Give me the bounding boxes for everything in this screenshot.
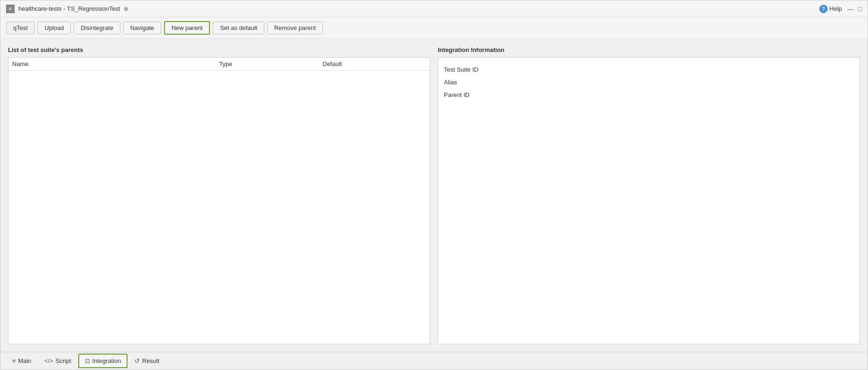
tab-script[interactable]: </> Script — [38, 354, 77, 368]
toolbar: qTest Upload Disintegrate Navigate New p… — [0, 17, 868, 39]
tab-script-label: Script — [56, 357, 71, 364]
main-window: ≡ healthcare-tests - TS_RegressionTest ⊗… — [0, 0, 868, 370]
parent-id-label: Parent ID — [444, 89, 854, 101]
table-body — [8, 71, 430, 342]
left-panel: List of test suite's parents Name Type D… — [8, 46, 430, 344]
upload-button[interactable]: Upload — [37, 22, 71, 34]
qtest-button[interactable]: qTest — [6, 22, 35, 34]
remove-parent-button[interactable]: Remove parent — [267, 22, 323, 34]
parents-table: Name Type Default — [8, 57, 430, 344]
tab-integration-label: Integration — [92, 357, 121, 364]
maximize-button[interactable]: □ — [858, 5, 862, 13]
col-header-type: Type — [219, 60, 323, 67]
bottom-tabs: ≡ Main </> Script ⊡ Integration ↺ Result — [0, 352, 868, 370]
navigate-button[interactable]: Navigate — [123, 22, 161, 34]
title-bar: ≡ healthcare-tests - TS_RegressionTest ⊗… — [0, 0, 868, 17]
tab-main[interactable]: ≡ Main — [6, 354, 37, 368]
tab-result[interactable]: ↺ Result — [128, 354, 165, 368]
window-icon-symbol: ≡ — [9, 6, 12, 11]
integration-info: Test Suite ID Alias Parent ID — [438, 57, 860, 344]
new-parent-button[interactable]: New parent — [164, 21, 210, 35]
test-suite-id-label: Test Suite ID — [444, 63, 854, 76]
tab-result-label: Result — [142, 357, 159, 364]
minimize-button[interactable]: — — [848, 5, 854, 13]
window-title: healthcare-tests - TS_RegressionTest — [18, 5, 120, 12]
alias-label: Alias — [444, 76, 854, 89]
left-panel-title: List of test suite's parents — [8, 46, 430, 53]
right-panel-title: Integration Information — [438, 46, 860, 53]
panels: List of test suite's parents Name Type D… — [8, 46, 860, 344]
integration-tab-icon: ⊡ — [85, 357, 90, 364]
col-header-name: Name — [12, 60, 219, 67]
content-area: List of test suite's parents Name Type D… — [0, 39, 868, 352]
col-header-default: Default — [322, 60, 426, 67]
window-icon: ≡ — [6, 5, 15, 13]
disintegrate-button[interactable]: Disintegrate — [74, 22, 120, 34]
title-bar-right: ? Help — □ — [819, 5, 862, 13]
window-controls: — □ — [848, 5, 862, 13]
help-icon: ? — [819, 5, 828, 13]
help-label: Help — [830, 5, 842, 12]
tab-integration[interactable]: ⊡ Integration — [78, 354, 127, 368]
close-tab-icon[interactable]: ⊗ — [124, 6, 128, 12]
script-tab-icon: </> — [45, 357, 53, 364]
right-panel: Integration Information Test Suite ID Al… — [438, 46, 860, 344]
result-tab-icon: ↺ — [135, 357, 140, 364]
main-tab-icon: ≡ — [12, 357, 16, 364]
title-bar-left: ≡ healthcare-tests - TS_RegressionTest ⊗ — [6, 5, 128, 13]
help-button[interactable]: ? Help — [819, 5, 842, 13]
set-as-default-button[interactable]: Set as default — [213, 22, 264, 34]
tab-main-label: Main — [18, 357, 31, 364]
table-header: Name Type Default — [8, 58, 430, 71]
